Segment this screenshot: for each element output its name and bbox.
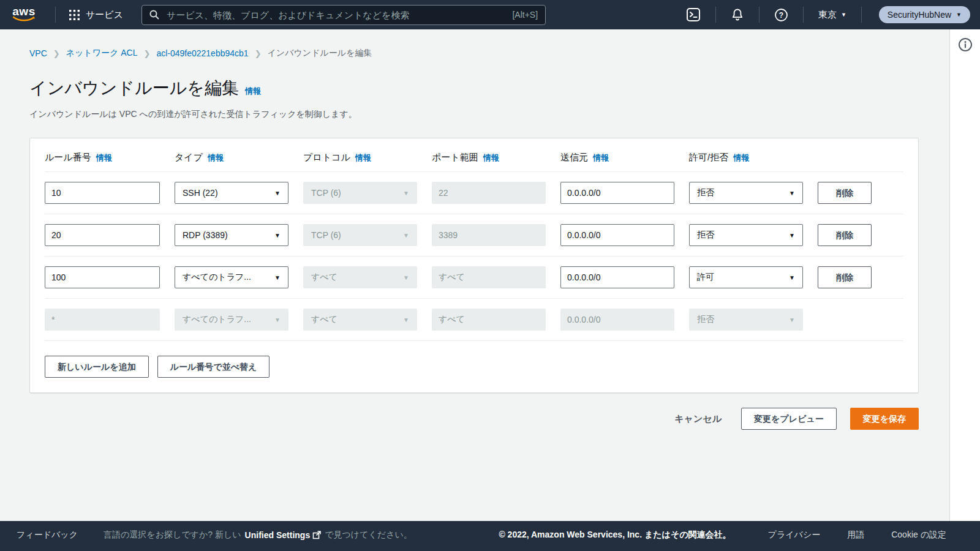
- help-side-panel: [949, 29, 980, 521]
- rule-number-input[interactable]: [45, 266, 160, 288]
- nav-divider: [55, 7, 56, 23]
- notifications-button[interactable]: [725, 4, 750, 25]
- type-select: すべてのトラフ... ▼: [175, 309, 288, 331]
- preview-changes-button[interactable]: 変更をプレビュー: [741, 408, 837, 430]
- save-changes-button[interactable]: 変更を保存: [850, 408, 919, 430]
- services-menu-button[interactable]: サービス: [64, 6, 128, 24]
- port-range-input: [432, 309, 546, 331]
- sort-by-rule-number-button[interactable]: ルール番号で並べ替え: [157, 356, 270, 378]
- title-info-link[interactable]: 情報: [245, 86, 261, 97]
- search-shortcut: [Alt+S]: [512, 10, 538, 20]
- breadcrumb-acl-id[interactable]: acl-049fe0221ebb94cb1: [156, 48, 248, 58]
- search-icon: [149, 10, 159, 20]
- cancel-button[interactable]: キャンセル: [668, 410, 728, 429]
- services-label: サービス: [86, 9, 123, 21]
- breadcrumb-separator-icon: ❯: [53, 50, 60, 58]
- nav-divider: [715, 7, 716, 23]
- cloudshell-button[interactable]: [680, 4, 707, 26]
- port-range-info-link[interactable]: 情報: [483, 152, 499, 163]
- delete-rule-button[interactable]: 削除: [818, 266, 872, 288]
- cookie-settings-link[interactable]: Cookie の設定: [891, 530, 946, 541]
- column-header-port-range: ポート範囲 情報: [432, 152, 546, 163]
- allow-deny-info-link[interactable]: 情報: [733, 152, 749, 163]
- rule-row: すべてのトラフ... ▼ すべて ▼ 許可 ▼ 削除: [45, 257, 903, 299]
- aws-logo[interactable]: aws: [12, 7, 36, 22]
- allow-deny-select[interactable]: 拒否 ▼: [689, 182, 803, 204]
- rule-number-input[interactable]: [45, 182, 160, 204]
- delete-rule-button[interactable]: 削除: [818, 182, 872, 204]
- type-select[interactable]: SSH (22) ▼: [175, 182, 288, 204]
- page-title-row: インバウンドルールを編集 情報: [29, 77, 919, 99]
- nav-right: ? 東京 ▼ SecurityHubNew ▼: [680, 4, 970, 26]
- chevron-down-icon: ▼: [403, 317, 409, 323]
- column-header-rule-number: ルール番号 情報: [45, 152, 160, 163]
- privacy-link[interactable]: プライバシー: [768, 530, 821, 541]
- breadcrumb-vpc[interactable]: VPC: [29, 48, 47, 58]
- chevron-down-icon: ▼: [274, 317, 281, 323]
- feedback-link[interactable]: フィードバック: [17, 530, 78, 541]
- chevron-down-icon: ▼: [956, 12, 962, 18]
- card-actions: 新しいルールを追加 ルール番号で並べ替え: [45, 356, 903, 378]
- source-input[interactable]: [560, 224, 674, 246]
- nav-divider: [803, 7, 804, 23]
- rule-number-input[interactable]: [45, 224, 160, 246]
- rule-row-default: すべてのトラフ... ▼ すべて ▼ 拒否 ▼: [45, 299, 903, 341]
- aws-logo-text: aws: [12, 7, 35, 16]
- port-range-input: [432, 224, 546, 246]
- source-input[interactable]: [560, 266, 674, 288]
- help-button[interactable]: ?: [768, 4, 794, 26]
- svg-text:?: ?: [779, 10, 783, 19]
- unified-settings-link[interactable]: Unified Settings: [245, 530, 322, 540]
- chevron-down-icon: ▼: [403, 274, 409, 281]
- search-bar[interactable]: [Alt+S]: [141, 5, 546, 25]
- delete-rule-button[interactable]: 削除: [818, 224, 872, 246]
- protocol-select: TCP (6) ▼: [303, 224, 417, 246]
- breadcrumb-separator-icon: ❯: [255, 50, 262, 58]
- grid-icon: [69, 10, 80, 20]
- protocol-info-link[interactable]: 情報: [355, 152, 371, 163]
- type-select[interactable]: RDP (3389) ▼: [175, 224, 288, 246]
- type-select[interactable]: すべてのトラフ... ▼: [175, 266, 288, 288]
- account-menu[interactable]: SecurityHubNew ▼: [879, 6, 970, 23]
- help-question-icon: ?: [774, 15, 788, 24]
- breadcrumb-network-acl[interactable]: ネットワーク ACL: [66, 48, 138, 59]
- chevron-down-icon: ▼: [789, 274, 795, 281]
- search-input[interactable]: [165, 9, 506, 21]
- chevron-down-icon: ▼: [274, 190, 281, 197]
- region-selector[interactable]: 東京 ▼: [812, 6, 853, 24]
- port-range-input: [432, 182, 546, 204]
- footer-links: プライバシー 用語 Cookie の設定: [768, 530, 946, 541]
- top-navigation-bar: aws サービス: [0, 0, 980, 29]
- page-description: インバウンドルールは VPC への到達が許可された受信トラフィックを制御します。: [29, 109, 919, 120]
- breadcrumb: VPC ❯ ネットワーク ACL ❯ acl-049fe0221ebb94cb1…: [29, 48, 919, 59]
- bell-icon: [731, 14, 744, 23]
- protocol-select: すべて ▼: [303, 309, 417, 331]
- form-actions: キャンセル 変更をプレビュー 変更を保存: [29, 408, 919, 430]
- footer-language-note: 言語の選択をお探しですか? 新しい Unified Settings で見つけて…: [104, 530, 412, 541]
- chevron-down-icon: ▼: [789, 317, 795, 323]
- content-area: VPC ❯ ネットワーク ACL ❯ acl-049fe0221ebb94cb1…: [0, 29, 949, 521]
- source-info-link[interactable]: 情報: [593, 152, 609, 163]
- source-input: [560, 309, 674, 331]
- allow-deny-select[interactable]: 拒否 ▼: [689, 224, 803, 246]
- chevron-down-icon: ▼: [789, 190, 795, 197]
- protocol-select: TCP (6) ▼: [303, 182, 417, 204]
- info-circle-icon: [958, 43, 973, 54]
- inbound-rules-card: ルール番号 情報 タイプ 情報 プロトコル 情報 ポート範囲 情報 送信元: [29, 138, 919, 393]
- rule-number-info-link[interactable]: 情報: [96, 152, 112, 163]
- rule-row: RDP (3389) ▼ TCP (6) ▼ 拒否 ▼ 削除: [45, 214, 903, 257]
- nav-divider: [861, 7, 862, 23]
- terms-link[interactable]: 用語: [847, 530, 864, 541]
- column-header-type: タイプ 情報: [175, 152, 288, 163]
- region-label: 東京: [818, 9, 837, 21]
- chevron-down-icon: ▼: [841, 12, 846, 18]
- chevron-down-icon: ▼: [789, 232, 795, 239]
- type-info-link[interactable]: 情報: [208, 152, 224, 163]
- allow-deny-select[interactable]: 許可 ▼: [689, 266, 803, 288]
- add-rule-button[interactable]: 新しいルールを追加: [45, 356, 149, 378]
- port-range-input: [432, 266, 546, 288]
- aws-smile-icon: [12, 16, 36, 22]
- account-label: SecurityHubNew: [888, 10, 951, 20]
- open-help-panel-button[interactable]: [958, 37, 973, 52]
- source-input[interactable]: [560, 182, 674, 204]
